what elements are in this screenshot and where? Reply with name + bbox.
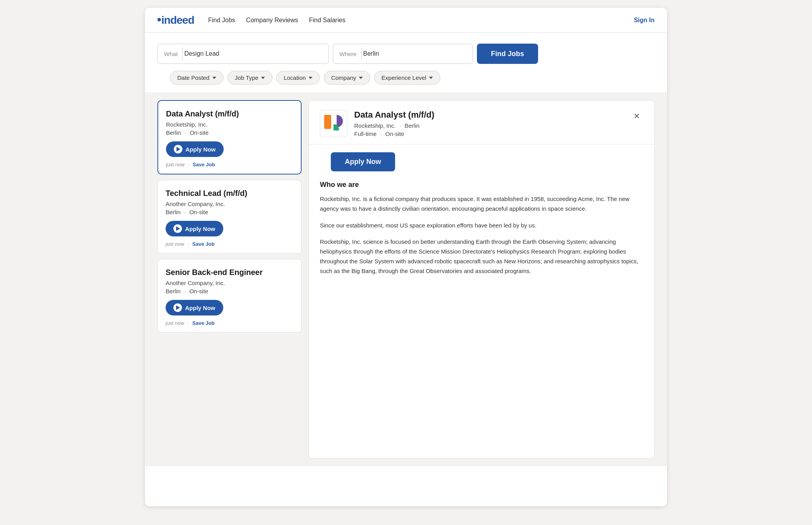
job-detail-logo-area: Data Analyst (m/f/d) Rocketship, Inc. · … <box>320 110 434 137</box>
logo-text: indeed <box>161 14 194 26</box>
job-card-meta-3: just now · Save Job <box>166 320 293 326</box>
job-detail-header: Data Analyst (m/f/d) Rocketship, Inc. · … <box>309 100 654 144</box>
job-detail-info: Data Analyst (m/f/d) Rocketship, Inc. · … <box>354 110 434 137</box>
job-card-location-1: Berlin · On-site <box>166 129 293 136</box>
location-filter[interactable]: Location <box>276 71 320 85</box>
experience-level-filter[interactable]: Experience Level <box>374 71 440 85</box>
location-label: Location <box>284 74 306 81</box>
search-section: What Where Find Jobs Date Posted Job Typ… <box>145 33 667 92</box>
job-card-meta-2: just now · Save Job <box>166 241 293 247</box>
save-job-link-1[interactable]: Save Job <box>193 162 215 167</box>
search-divider <box>182 48 183 60</box>
job-card-title-2: Technical Lead (m/f/d) <box>166 189 293 198</box>
apply-label-3: Apply Now <box>185 305 215 311</box>
search-row: What Where Find Jobs <box>157 44 655 64</box>
apply-section: Apply Now <box>309 144 654 171</box>
job-card-company-3: Another Company, Inc. <box>166 280 293 286</box>
job-card-location-2: Berlin · On-site <box>166 209 293 215</box>
job-detail-title: Data Analyst (m/f/d) <box>354 110 434 120</box>
chevron-down-icon-2 <box>261 77 265 79</box>
filter-row: Date Posted Job Type Location Company Ex… <box>157 71 655 92</box>
who-we-are-paragraph-1: Rocketship, Inc. is a fictional company … <box>320 194 643 214</box>
chevron-down-icon-4 <box>359 77 363 79</box>
company-reviews-nav-link[interactable]: Company Reviews <box>246 17 298 24</box>
job-type-filter[interactable]: Job Type <box>228 71 273 85</box>
who-we-are-title: Who we are <box>320 181 643 189</box>
what-label: What <box>164 51 178 57</box>
job-card-3[interactable]: Senior Back-end Engineer Another Company… <box>157 259 302 333</box>
apply-now-button-3[interactable]: Apply Now <box>166 300 223 315</box>
job-detail-company: Rocketship, Inc. · Berlin <box>354 122 434 129</box>
company-logo <box>320 110 347 137</box>
close-detail-button[interactable]: ✕ <box>630 110 643 122</box>
job-type-label: Job Type <box>235 74 259 81</box>
sign-in-link[interactable]: Sign In <box>634 17 655 24</box>
job-card-title-1: Data Analyst (m/f/d) <box>166 109 293 118</box>
where-search-box: Where <box>333 44 473 64</box>
where-input[interactable] <box>363 50 466 57</box>
experience-level-label: Experience Level <box>381 74 426 81</box>
indeed-logo[interactable]: indeed <box>157 14 194 26</box>
find-jobs-nav-link[interactable]: Find Jobs <box>208 17 235 24</box>
job-card-company-2: Another Company, Inc. <box>166 201 293 207</box>
navbar: indeed Find Jobs Company Reviews Find Sa… <box>145 8 667 33</box>
find-jobs-button[interactable]: Find Jobs <box>477 44 538 64</box>
company-logo-svg <box>322 112 345 135</box>
apply-now-button-1[interactable]: Apply Now <box>166 141 224 157</box>
svg-rect-0 <box>324 115 331 129</box>
apply-icon-2 <box>173 224 182 233</box>
job-card-meta-1: just now · Save Job <box>166 162 293 167</box>
save-job-link-2[interactable]: Save Job <box>192 241 215 247</box>
apply-label-1: Apply Now <box>185 146 216 153</box>
date-posted-filter[interactable]: Date Posted <box>170 71 224 85</box>
find-salaries-nav-link[interactable]: Find Salaries <box>309 17 345 24</box>
apply-label-2: Apply Now <box>185 226 215 232</box>
job-list: Data Analyst (m/f/d) Rocketship, Inc. Be… <box>157 100 302 458</box>
job-card-1[interactable]: Data Analyst (m/f/d) Rocketship, Inc. Be… <box>157 100 302 174</box>
apply-icon-1 <box>174 145 182 153</box>
job-detail-tags: Full-time · On-site <box>354 130 434 137</box>
job-card-location-3: Berlin · On-site <box>166 288 293 294</box>
where-label: Where <box>339 51 357 57</box>
apply-now-big-button[interactable]: Apply Now <box>331 152 395 171</box>
company-filter[interactable]: Company <box>324 71 370 85</box>
job-card-2[interactable]: Technical Lead (m/f/d) Another Company, … <box>157 180 302 254</box>
nav-links: Find Jobs Company Reviews Find Salaries <box>208 17 634 24</box>
apply-icon-3 <box>173 303 182 312</box>
who-we-are-paragraph-3: Rocketship, Inc. science is focused on b… <box>320 237 643 276</box>
chevron-down-icon-5 <box>429 77 433 79</box>
chevron-down-icon <box>212 77 216 79</box>
save-job-link-3[interactable]: Save Job <box>192 320 215 326</box>
job-detail-panel: Data Analyst (m/f/d) Rocketship, Inc. · … <box>309 100 655 458</box>
search-divider-2 <box>361 48 362 60</box>
job-card-title-3: Senior Back-end Engineer <box>166 268 293 277</box>
who-we-are-paragraph-2: Since our establishment, most US space e… <box>320 221 643 231</box>
logo-dot <box>157 18 161 21</box>
what-input[interactable] <box>184 50 322 57</box>
what-search-box: What <box>157 44 329 64</box>
date-posted-label: Date Posted <box>177 74 210 81</box>
chevron-down-icon-3 <box>309 77 312 79</box>
company-label: Company <box>331 74 356 81</box>
job-detail-body: Who we are Rocketship, Inc. is a fiction… <box>309 171 654 458</box>
main-content: Data Analyst (m/f/d) Rocketship, Inc. Be… <box>145 92 667 466</box>
apply-now-button-2[interactable]: Apply Now <box>166 221 223 236</box>
job-card-company-1: Rocketship, Inc. <box>166 121 293 128</box>
